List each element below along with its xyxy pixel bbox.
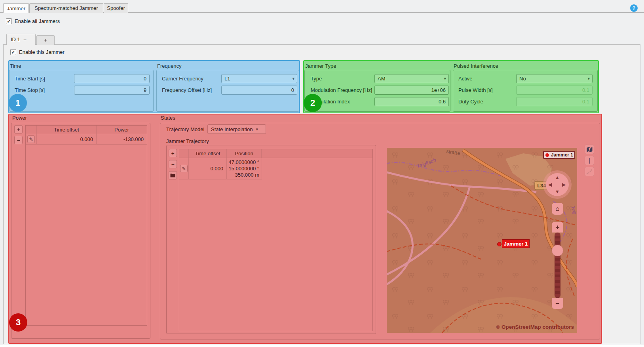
chevron-down-icon: ▾ <box>587 76 590 81</box>
modulation-index-value: 0.6 <box>439 99 446 105</box>
trajectory-table-header: Time offset Position <box>179 149 372 158</box>
pulse-width-label: Pulse Width [s] <box>458 87 493 93</box>
map-zoom-slider-track[interactable] <box>555 233 560 298</box>
power-table-header: Time offset Power <box>26 126 147 134</box>
map-zoom-in-button[interactable]: + <box>552 222 563 233</box>
map-layers-button[interactable] <box>585 145 594 154</box>
modulation-index-input[interactable]: 0.6 <box>374 97 449 106</box>
states-group-title: States <box>161 115 175 121</box>
tab-spoofer[interactable]: Spoofer <box>104 3 128 13</box>
carrier-frequency-dropdown[interactable]: L1 ▾ <box>221 74 297 83</box>
enable-all-jammers-row: ✓ Enable all Jammers <box>6 18 60 24</box>
help-glyph: ? <box>633 5 636 11</box>
trajectory-header-time-offset: Time offset <box>189 149 227 158</box>
plus-icon: + <box>17 126 20 133</box>
power-row-edit-button[interactable]: ✎ <box>27 135 35 143</box>
edit-icon: ✎ <box>29 137 33 142</box>
power-add-button[interactable]: + <box>14 125 23 133</box>
trajectory-table: Time offset Position ✎ 0.000 47.0000000 … <box>179 149 373 331</box>
map-pan-control[interactable]: ▲ ▶ ▼ ◀ <box>546 173 569 196</box>
map-icon <box>587 147 593 152</box>
jammer-type-group-title: Jammer Type <box>305 63 336 69</box>
add-jammer-tab[interactable]: + <box>36 35 55 45</box>
annotation-2: 2 <box>304 94 322 112</box>
chevron-down-icon: ▾ <box>292 76 294 81</box>
type-dropdown[interactable]: AM ▾ <box>374 74 449 83</box>
power-header-time-offset: Time offset <box>37 126 97 134</box>
map-zoom-out-button[interactable]: − <box>552 298 563 309</box>
tab-spoofer-label: Spoofer <box>107 5 125 11</box>
trajectory-table-row[interactable]: ✎ 0.000 47.0000000 ° 15.0000000 ° 350.00… <box>179 158 262 179</box>
enable-this-jammer-checkbox[interactable]: ✓ <box>10 49 16 55</box>
power-remove-button[interactable]: − <box>14 136 23 144</box>
trajectory-add-button[interactable]: + <box>169 149 177 157</box>
trajectory-model-dropdown[interactable]: State Interpolation ▾ <box>207 124 266 134</box>
folder-icon <box>170 173 175 177</box>
app-window: Jammer Spectrum-matched Jammer Spoofer ?… <box>0 0 644 347</box>
bottom-margin <box>0 345 644 347</box>
annotation-1-number: 1 <box>15 98 20 108</box>
trajectory-remove-button[interactable]: − <box>169 160 177 168</box>
pan-right-icon[interactable]: ▶ <box>562 182 566 187</box>
map-route-button[interactable] <box>585 167 594 176</box>
power-header-edit-col <box>26 126 37 134</box>
power-table-row[interactable]: ✎ 0.000 -130.000 <box>26 134 147 145</box>
time-stop-input[interactable]: 9 <box>74 86 150 95</box>
power-row-edit-cell: ✎ <box>26 134 37 144</box>
pulsed-interference-group-title: Pulsed Interference <box>454 63 498 69</box>
pulse-width-value: 0.1 <box>582 87 589 93</box>
minus-icon: − <box>171 161 174 168</box>
annotation-2-number: 2 <box>310 98 315 108</box>
tab-jammer[interactable]: Jammer <box>3 3 29 13</box>
route-icon <box>587 169 592 174</box>
map-zoom-slider-handle[interactable] <box>552 245 563 256</box>
trajectory-row-edit-cell: ✎ <box>179 158 189 179</box>
legend-dot-icon <box>545 153 549 157</box>
time-start-input[interactable]: 0 <box>74 74 150 83</box>
time-stop-value: 9 <box>144 87 146 93</box>
duty-cycle-input: 0.1 <box>516 97 593 106</box>
active-value: No <box>519 76 526 82</box>
remove-jammer-icon[interactable]: − <box>23 36 27 43</box>
map-home-button[interactable]: ⌂ <box>552 203 563 215</box>
trajectory-import-button[interactable] <box>169 171 177 179</box>
jammer-marker-label: Jammer 1 <box>504 241 528 247</box>
help-icon[interactable]: ? <box>630 4 638 12</box>
jammer-trajectory-label: Jammer Trajectory <box>166 138 209 144</box>
pan-up-icon[interactable]: ▲ <box>555 175 560 180</box>
trajectory-row-edit-button[interactable]: ✎ <box>180 165 188 172</box>
active-dropdown[interactable]: No ▾ <box>516 74 593 83</box>
position-altitude: 350.000 m <box>235 172 259 178</box>
carrier-frequency-label: Carrier Frequency <box>162 76 203 82</box>
frequency-offset-input[interactable]: 0 <box>221 86 297 95</box>
map-canvas: Teigitsch straße Teig L343 <box>387 148 577 333</box>
annotation-1: 1 <box>9 94 27 112</box>
tab-id1[interactable]: ID 1 − <box>6 34 36 45</box>
duty-cycle-value: 0.1 <box>582 99 589 105</box>
legend-label: Jammer 1 <box>551 152 573 158</box>
tab-spectrum-label: Spectrum-matched Jammer <box>34 5 98 11</box>
trajectory-model-value: State Interpolation <box>211 126 253 132</box>
pan-left-icon[interactable]: ◀ <box>548 182 552 187</box>
pan-down-icon[interactable]: ▼ <box>555 189 560 194</box>
enable-all-jammers-checkbox[interactable]: ✓ <box>6 18 12 24</box>
trajectory-row-time-offset: 0.000 <box>189 158 227 179</box>
trajectory-model-label: Trajectory Model <box>166 126 204 132</box>
minus-icon: − <box>17 137 20 143</box>
modulation-frequency-input[interactable]: 1e+06 <box>374 86 449 95</box>
frequency-group-title: Frequency <box>157 63 181 69</box>
plus-icon: + <box>556 223 560 231</box>
map-measure-button[interactable]: | <box>585 156 594 165</box>
time-group-title: Time <box>10 63 21 69</box>
chevron-down-icon: ▾ <box>256 127 258 132</box>
power-group-title: Power <box>12 115 27 121</box>
map-legend: Jammer 1 <box>543 151 575 159</box>
trajectory-map[interactable]: Teigitsch straße Teig L343 <box>387 148 577 333</box>
time-start-label: Time Start [s] <box>15 76 45 82</box>
check-icon: ✓ <box>7 19 11 24</box>
add-jammer-icon: + <box>44 37 47 43</box>
enable-this-jammer-label: Enable this Jammer <box>19 49 65 55</box>
position-longitude: 15.0000000 ° <box>229 166 260 172</box>
tab-spectrum-matched-jammer[interactable]: Spectrum-matched Jammer <box>29 3 103 13</box>
duty-cycle-label: Duty Cycle <box>458 99 483 105</box>
